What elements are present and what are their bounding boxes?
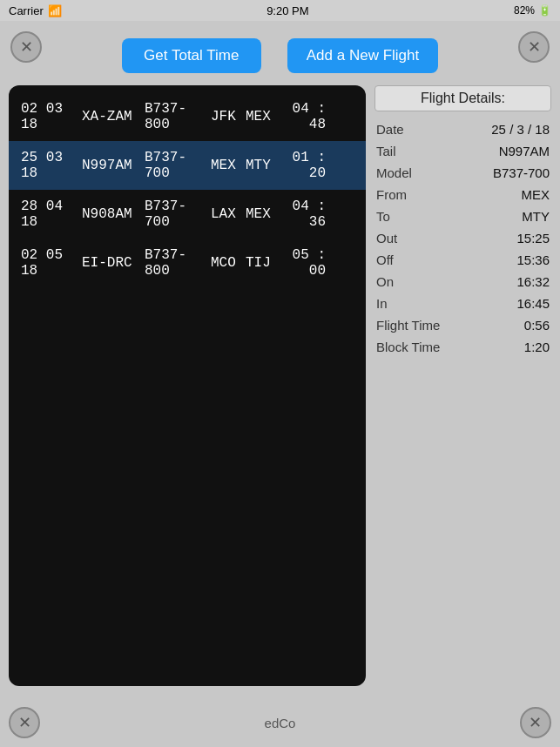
detail-row: To MTY bbox=[374, 205, 551, 227]
bottom-bar: ✕ edCo ✕ bbox=[9, 707, 551, 738]
flight-list-row[interactable]: 25 03 18 N997AM B737-700 MEX MTY 01 : 20 bbox=[9, 141, 366, 190]
detail-label: In bbox=[376, 296, 388, 311]
flight-model: B737-700 bbox=[145, 150, 211, 181]
detail-value: B737-700 bbox=[493, 165, 550, 180]
detail-value: 15:25 bbox=[516, 231, 550, 246]
status-bar-right: 82% 🔋 bbox=[514, 4, 551, 17]
flight-from: LAX bbox=[211, 206, 246, 222]
detail-label: From bbox=[376, 187, 407, 202]
flight-time: 05 : 00 bbox=[280, 247, 326, 279]
status-bar: Carrier 📶 9:20 PM 82% 🔋 bbox=[0, 0, 560, 21]
flight-tail: XA-ZAM bbox=[82, 109, 145, 124]
bottom-left-close-button[interactable]: ✕ bbox=[9, 707, 40, 738]
top-toolbar: Get Total Time Add a New Flight bbox=[0, 28, 560, 84]
flight-tail: N997AM bbox=[82, 158, 145, 173]
detail-value: MTY bbox=[522, 209, 550, 224]
detail-label: Tail bbox=[376, 144, 396, 158]
flight-time: 04 : 48 bbox=[280, 101, 326, 132]
flight-time: 01 : 20 bbox=[280, 150, 326, 181]
detail-row: Flight Time 0:56 bbox=[374, 314, 551, 336]
flight-model: B737-800 bbox=[145, 101, 211, 132]
flight-model: B737-700 bbox=[145, 199, 211, 230]
flight-date: 02 05 18 bbox=[21, 247, 82, 279]
detail-row: Model B737-700 bbox=[374, 162, 551, 184]
main-content: 02 03 18 XA-ZAM B737-800 JFK MEX 04 : 48… bbox=[9, 85, 551, 686]
detail-row: Date 25 / 3 / 18 bbox=[374, 118, 551, 140]
detail-row: Out 15:25 bbox=[374, 227, 551, 249]
bottom-center-text: edCo bbox=[265, 716, 296, 730]
detail-value: 15:36 bbox=[516, 252, 550, 267]
flight-list-row[interactable]: 02 05 18 EI-DRC B737-800 MCO TIJ 05 : 00 bbox=[9, 239, 366, 287]
detail-value: MEX bbox=[521, 187, 550, 202]
detail-row: Tail N997AM bbox=[374, 140, 551, 162]
detail-label: Off bbox=[376, 252, 394, 267]
detail-row: On 16:32 bbox=[374, 271, 551, 293]
flight-model: B737-800 bbox=[145, 247, 211, 279]
carrier-label: Carrier bbox=[9, 4, 44, 17]
flight-tail: N908AM bbox=[82, 206, 145, 222]
detail-rows: Date 25 / 3 / 18 Tail N997AM Model B737-… bbox=[374, 118, 551, 358]
detail-value: 0:56 bbox=[524, 318, 550, 333]
flight-date: 28 04 18 bbox=[21, 199, 82, 230]
flight-list-row[interactable]: 02 03 18 XA-ZAM B737-800 JFK MEX 04 : 48 bbox=[9, 92, 366, 141]
status-bar-time: 9:20 PM bbox=[267, 4, 308, 17]
detail-label: Out bbox=[376, 231, 397, 246]
flight-from: MCO bbox=[211, 255, 246, 271]
flight-date: 02 03 18 bbox=[21, 101, 82, 132]
battery-label: 82% bbox=[514, 4, 535, 17]
detail-row: From MEX bbox=[374, 184, 551, 205]
detail-label: Block Time bbox=[376, 340, 440, 354]
flight-details-panel: Flight Details: Date 25 / 3 / 18 Tail N9… bbox=[374, 85, 551, 686]
flight-list-row[interactable]: 28 04 18 N908AM B737-700 LAX MEX 04 : 36 bbox=[9, 190, 366, 239]
bottom-right-close-button[interactable]: ✕ bbox=[520, 707, 551, 738]
flight-from: MEX bbox=[211, 158, 246, 173]
detail-label: Model bbox=[376, 165, 412, 180]
detail-label: Date bbox=[376, 122, 404, 137]
close-icon: ✕ bbox=[18, 715, 31, 730]
detail-value: 1:20 bbox=[524, 340, 550, 354]
flight-list-panel: 02 03 18 XA-ZAM B737-800 JFK MEX 04 : 48… bbox=[9, 85, 366, 686]
flight-to: TIJ bbox=[246, 255, 280, 271]
flight-to: MTY bbox=[246, 158, 280, 173]
get-total-time-button[interactable]: Get Total Time bbox=[122, 38, 261, 73]
detail-value: N997AM bbox=[499, 144, 550, 158]
flight-to: MEX bbox=[246, 206, 280, 222]
wifi-icon: 📶 bbox=[48, 4, 62, 17]
flight-date: 25 03 18 bbox=[21, 150, 82, 181]
detail-row: In 16:45 bbox=[374, 293, 551, 314]
flight-details-header: Flight Details: bbox=[374, 85, 551, 111]
add-new-flight-button[interactable]: Add a New Flight bbox=[287, 38, 438, 73]
detail-value: 25 / 3 / 18 bbox=[491, 122, 550, 137]
detail-row: Block Time 1:20 bbox=[374, 336, 551, 358]
detail-row: Off 15:36 bbox=[374, 249, 551, 271]
detail-value: 16:32 bbox=[516, 274, 550, 289]
flight-from: JFK bbox=[211, 109, 246, 124]
battery-icon: 🔋 bbox=[538, 4, 551, 17]
detail-label: On bbox=[376, 274, 394, 289]
close-icon: ✕ bbox=[529, 715, 542, 730]
status-bar-left: Carrier 📶 bbox=[9, 4, 62, 17]
detail-value: 16:45 bbox=[516, 296, 550, 311]
flight-time: 04 : 36 bbox=[280, 199, 326, 230]
detail-label: To bbox=[376, 209, 390, 224]
flight-tail: EI-DRC bbox=[82, 255, 145, 271]
flight-to: MEX bbox=[246, 109, 280, 124]
detail-label: Flight Time bbox=[376, 318, 440, 333]
